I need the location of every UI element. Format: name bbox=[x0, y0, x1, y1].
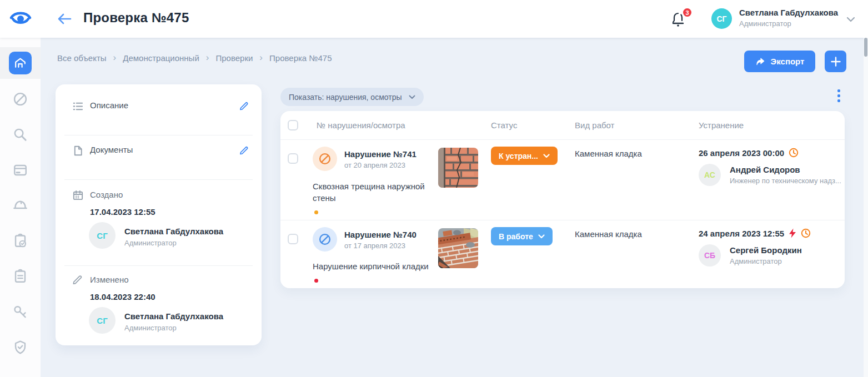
status-dropdown-button[interactable]: В работе bbox=[491, 227, 553, 245]
user-menu-chevron-down-icon[interactable] bbox=[846, 15, 856, 22]
divider bbox=[64, 265, 253, 266]
table-row-violation-740[interactable]: Нарушение №740 от 17 апреля 2023 Нарушен… bbox=[280, 220, 845, 288]
edit-description-pencil-icon[interactable] bbox=[239, 100, 249, 110]
breadcrumb-all-objects[interactable]: Все объекты bbox=[57, 53, 107, 63]
modified-datetime: 18.04.2023 22:40 bbox=[90, 292, 155, 301]
share-icon bbox=[755, 57, 765, 66]
edit-documents-pencil-icon[interactable] bbox=[239, 145, 249, 155]
user-avatar[interactable]: СГ bbox=[711, 8, 732, 29]
sidebar-item-home[interactable] bbox=[9, 52, 32, 74]
chevron-down-icon bbox=[538, 234, 545, 239]
breadcrumb-object[interactable]: Демонстрационный bbox=[123, 53, 199, 63]
add-button[interactable] bbox=[825, 51, 846, 72]
search-icon bbox=[12, 127, 28, 143]
lightning-icon bbox=[789, 228, 796, 238]
export-button[interactable]: Экспорт bbox=[744, 51, 815, 72]
modified-user-name: Светлана Габдулхакова bbox=[124, 311, 223, 321]
column-status: Статус bbox=[491, 120, 575, 130]
home-icon bbox=[13, 56, 27, 70]
violation-title[interactable]: Нарушение №741 bbox=[344, 147, 417, 159]
status-marker-dot bbox=[314, 210, 318, 214]
breadcrumb-separator-icon: › bbox=[259, 52, 263, 63]
breadcrumb-inspections[interactable]: Проверки bbox=[215, 53, 253, 63]
violation-photo-brick-wall[interactable] bbox=[438, 228, 478, 268]
app-logo-eye-icon[interactable] bbox=[9, 9, 32, 28]
description-label: Описание bbox=[90, 100, 128, 110]
block-icon bbox=[12, 91, 28, 107]
modified-user-avatar: СГ bbox=[89, 307, 116, 334]
scrollbar-thumb[interactable] bbox=[864, 38, 867, 57]
pencil-icon bbox=[72, 274, 84, 285]
breadcrumb-separator-icon: › bbox=[113, 52, 117, 63]
show-filter-label: Показать: нарушения, осмотры bbox=[289, 93, 402, 102]
violation-date: от 20 апреля 2023 bbox=[344, 161, 417, 169]
notification-count-badge: 3 bbox=[682, 7, 693, 18]
violation-type-icon bbox=[313, 227, 337, 252]
export-button-label: Экспорт bbox=[771, 57, 805, 66]
column-resolution: Устранение bbox=[699, 120, 845, 130]
clipboard-list-icon bbox=[12, 268, 28, 284]
block-icon bbox=[318, 232, 332, 247]
inspection-info-card: Описание Документы Создано 17.04.2023 12… bbox=[56, 84, 262, 345]
sidebar-item-violations[interactable] bbox=[12, 91, 28, 107]
show-filter-dropdown[interactable]: Показать: нарушения, осмотры bbox=[280, 88, 424, 106]
panel-icon bbox=[12, 162, 28, 178]
modified-user-role: Администратор bbox=[124, 324, 177, 332]
modified-label: Изменено bbox=[90, 275, 129, 284]
divider bbox=[64, 179, 253, 180]
row-checkbox[interactable] bbox=[288, 153, 298, 164]
row-checkbox[interactable] bbox=[288, 234, 298, 244]
status-label: К устран... bbox=[499, 152, 538, 160]
violation-photo-brick-crack[interactable] bbox=[438, 148, 478, 188]
sidebar-item-access[interactable] bbox=[12, 304, 28, 320]
created-user-avatar: СГ bbox=[89, 222, 116, 249]
sidebar-item-checklist[interactable] bbox=[12, 268, 28, 284]
select-all-checkbox[interactable] bbox=[288, 120, 298, 130]
documents-label: Документы bbox=[90, 145, 133, 154]
created-user-name: Светлана Габдулхакова bbox=[124, 227, 223, 236]
user-menu[interactable]: Светлана Габдулхакова Администратор bbox=[739, 8, 838, 28]
scrollbar-track[interactable] bbox=[864, 38, 868, 377]
violation-description: Сквозная трещина наружной стены bbox=[313, 180, 441, 204]
shield-check-icon bbox=[12, 339, 28, 355]
assignee-avatar: СБ bbox=[699, 244, 721, 267]
clock-icon bbox=[789, 148, 799, 158]
status-marker-dot bbox=[314, 279, 318, 283]
notifications-bell-icon[interactable]: 3 bbox=[670, 8, 692, 32]
clipboard-check-icon bbox=[12, 233, 28, 249]
work-type-value: Каменная кладка bbox=[575, 227, 699, 288]
divider bbox=[64, 135, 253, 135]
helmet-icon bbox=[12, 197, 28, 213]
work-type-value: Каменная кладка bbox=[575, 147, 699, 220]
assignee-role: Администратор bbox=[730, 257, 802, 265]
sidebar-item-search[interactable] bbox=[12, 127, 28, 143]
main-content: Все объекты › Демонстрационный › Проверк… bbox=[41, 38, 868, 377]
violation-main-cell: Нарушение №741 от 20 апреля 2023 Сквозна… bbox=[313, 147, 438, 220]
sidebar-item-panel[interactable] bbox=[12, 162, 28, 178]
chevron-down-icon bbox=[543, 154, 550, 158]
column-work-type: Вид работ bbox=[575, 120, 699, 130]
status-dropdown-button[interactable]: К устран... bbox=[491, 147, 558, 165]
assignee-name: Андрей Сидоров bbox=[730, 164, 841, 174]
column-number: № нарушения/осмотра bbox=[313, 120, 491, 130]
sidebar-item-inspections[interactable] bbox=[12, 233, 28, 249]
sidebar-item-security[interactable] bbox=[12, 339, 28, 355]
created-user-role: Администратор bbox=[124, 239, 177, 247]
assignee-avatar: АС bbox=[699, 164, 721, 186]
list-options-kebab-menu[interactable] bbox=[834, 89, 844, 104]
table-row-violation-741[interactable]: Нарушение №741 от 20 апреля 2023 Сквозна… bbox=[280, 140, 845, 220]
breadcrumb-separator-icon: › bbox=[206, 52, 209, 63]
list-icon bbox=[72, 100, 84, 112]
calendar-icon bbox=[72, 189, 84, 201]
violations-table: № нарушения/осмотра Статус Вид работ Уст… bbox=[280, 111, 845, 288]
sidebar-item-construction[interactable] bbox=[12, 197, 28, 213]
back-arrow-icon[interactable] bbox=[57, 12, 72, 26]
clock-icon bbox=[801, 228, 811, 238]
breadcrumb: Все объекты › Демонстрационный › Проверк… bbox=[57, 52, 332, 63]
assignee-role: Инженер по техническому надз... bbox=[730, 177, 841, 185]
violation-title[interactable]: Нарушение №740 bbox=[344, 227, 417, 239]
deadline-value: 24 апреля 2023 12:55 bbox=[699, 229, 784, 238]
violation-date: от 17 апреля 2023 bbox=[344, 242, 417, 250]
chevron-down-icon bbox=[409, 95, 415, 99]
block-icon bbox=[318, 152, 332, 166]
